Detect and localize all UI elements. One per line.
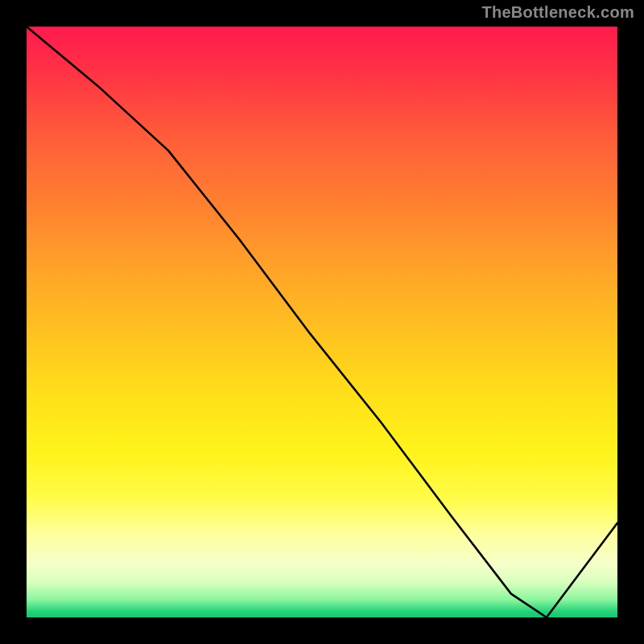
bottleneck-curve (27, 27, 617, 617)
watermark-text: TheBottleneck.com (481, 3, 634, 22)
chart-root: TheBottleneck.com (0, 0, 644, 644)
plot-area (24, 24, 620, 620)
curve-layer (27, 27, 617, 617)
